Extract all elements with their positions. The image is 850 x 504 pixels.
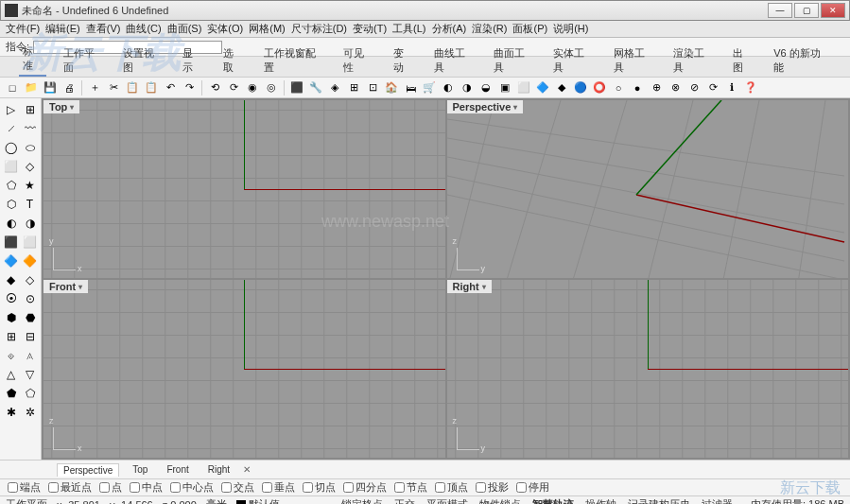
viewport-title[interactable]: Front▾ [43,280,88,293]
tool-button[interactable]: 〰 [21,119,39,137]
toolbar-button[interactable]: ⟲ [206,79,223,96]
snap-option[interactable]: 停用 [516,480,549,495]
snap-checkbox[interactable] [48,482,59,493]
snap-checkbox[interactable] [394,482,405,493]
toolbar-button[interactable]: 📋 [124,79,141,96]
minimize-button[interactable]: — [768,3,792,18]
toolbar-button[interactable]: ◒ [477,79,494,96]
snap-checkbox[interactable] [262,482,272,493]
tab[interactable]: 可见性 [339,44,376,77]
menu-item[interactable]: 编辑(E) [45,22,80,36]
status-toggle[interactable]: 操作轴 [582,498,619,504]
tool-button[interactable]: ⦿ [2,289,20,307]
tab[interactable]: 标准 [19,43,46,77]
tool-button[interactable]: ⊙ [21,289,39,307]
toolbar-button[interactable]: ◐ [440,79,457,96]
snap-option[interactable]: 中心点 [170,480,214,495]
toolbar-button[interactable]: ⬛ [288,79,305,96]
snap-option[interactable]: 交点 [221,480,254,495]
tab[interactable]: 曲线工具 [430,44,477,77]
toolbar-button[interactable]: ⊡ [364,79,381,96]
tool-button[interactable]: ⊞ [21,100,39,118]
tab[interactable]: 显示 [179,44,206,77]
tool-button[interactable]: ⟋ [2,119,20,137]
toolbar-button[interactable]: □ [4,79,21,96]
tab[interactable]: 变动 [390,44,417,77]
tool-button[interactable]: ⬜ [2,157,20,175]
chevron-down-icon[interactable]: ▾ [482,283,486,291]
tab[interactable]: 出图 [729,44,756,77]
toolbar-button[interactable]: 📁 [23,79,40,96]
tab[interactable]: 选取 [219,44,247,77]
toolbar-button[interactable]: ℹ [723,79,740,96]
viewport-tab[interactable]: Right [202,463,235,476]
toolbar-button[interactable]: ✂ [105,79,122,96]
snap-checkbox[interactable] [99,482,110,493]
snap-checkbox[interactable] [130,482,140,493]
toolbar-button[interactable]: ⭕ [591,79,608,96]
toolbar-button[interactable]: ⊘ [685,79,703,96]
menu-item[interactable]: 渲染(R) [472,22,507,36]
snap-checkbox[interactable] [221,482,232,493]
tool-button[interactable]: ✲ [21,403,39,421]
toolbar-button[interactable]: ▣ [496,79,513,96]
snap-checkbox[interactable] [435,482,445,493]
tool-button[interactable]: ⬛ [2,233,20,251]
toolbar-button[interactable]: ◑ [459,79,476,96]
toolbar-button[interactable]: ⟳ [225,79,242,96]
menu-item[interactable]: 网格(M) [249,22,286,36]
tool-button[interactable]: 🔶 [21,252,39,269]
snap-option[interactable]: 节点 [394,480,427,495]
toolbar-button[interactable]: 📋 [143,79,160,96]
viewport-tab[interactable]: Perspective [57,463,119,477]
menu-item[interactable]: 文件(F) [6,22,40,36]
viewport-top[interactable]: Top▾ y x [43,100,445,278]
tab[interactable]: 工作视窗配置 [260,44,326,77]
maximize-button[interactable]: ▢ [794,3,819,18]
viewport-perspective[interactable]: Perspective▾ z y [447,100,849,278]
menu-item[interactable]: 面板(P) [512,22,547,36]
tool-button[interactable]: ⬢ [2,308,20,326]
menu-item[interactable]: 尺寸标注(D) [291,22,347,36]
toolbar-button[interactable]: 💾 [42,79,59,96]
tab[interactable]: 渲染工具 [669,44,716,77]
tool-button[interactable]: ⬠ [2,176,20,194]
status-toggle[interactable]: 正交 [391,498,418,504]
toolbar-button[interactable]: ◎ [263,79,280,96]
tool-button[interactable]: ⊞ [2,327,20,345]
menu-item[interactable]: 曲面(S) [167,22,202,36]
viewport-title[interactable]: Perspective▾ [447,100,524,113]
tool-button[interactable]: ⬜ [21,233,39,251]
toolbar-button[interactable]: ⟳ [704,79,721,96]
toolbar-button[interactable]: ⊕ [648,79,665,96]
menu-item[interactable]: 实体(O) [207,22,243,36]
close-button[interactable]: ✕ [821,3,845,18]
tab[interactable]: 工作平面 [60,44,106,77]
tool-button[interactable]: ★ [21,176,39,194]
add-tab-button[interactable]: ✕ [243,464,251,475]
toolbar-button[interactable]: ● [629,79,646,96]
menu-item[interactable]: 变动(T) [353,22,387,36]
tool-button[interactable]: ▽ [21,365,39,383]
snap-option[interactable]: 切点 [303,480,336,495]
tab[interactable]: 设置视图 [119,44,165,77]
menu-item[interactable]: 说明(H) [553,22,588,36]
tool-button[interactable]: △ [2,365,20,383]
toolbar-button[interactable]: ◈ [326,79,343,96]
toolbar-button[interactable]: 🏠 [383,79,400,96]
tool-button[interactable]: ◑ [21,214,39,232]
toolbar-button[interactable]: 🔧 [307,79,324,96]
viewport-front[interactable]: Front▾ z x [43,280,445,458]
tool-button[interactable]: ◆ [2,270,20,288]
tool-button[interactable]: ⬭ [21,138,39,156]
tool-button[interactable]: ⬣ [21,308,39,326]
chevron-down-icon[interactable]: ▾ [78,283,82,291]
tool-button[interactable]: ⬟ [2,384,20,402]
toolbar-button[interactable]: ⬜ [515,79,532,96]
snap-option[interactable]: 端点 [8,480,41,495]
tool-button[interactable]: ⬠ [21,384,39,402]
tool-button[interactable]: ▷ [2,100,20,118]
snap-checkbox[interactable] [303,482,313,493]
toolbar-button[interactable]: ⊗ [667,79,684,96]
viewport-right[interactable]: Right▾ z y [447,280,849,458]
